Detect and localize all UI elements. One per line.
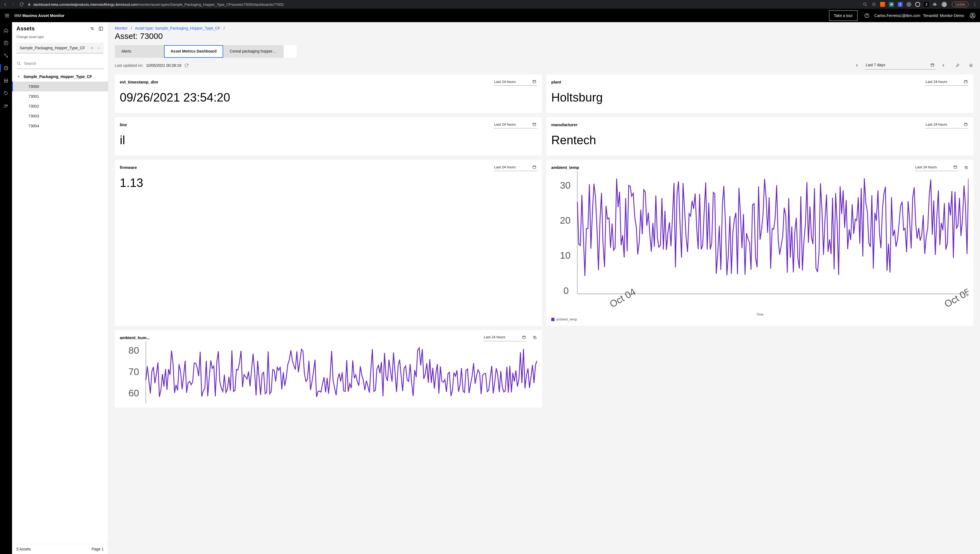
gear-icon[interactable] [969, 63, 974, 68]
tab-alerts[interactable]: Alerts [115, 45, 164, 58]
ext-icon-2[interactable]: ✉ [889, 2, 894, 7]
card-range-picker[interactable]: Last 24 hours [493, 164, 537, 171]
extensions-puzzle-icon[interactable] [933, 2, 938, 7]
pin-icon[interactable] [955, 63, 960, 68]
left-nav-rail [0, 22, 12, 554]
tab-add[interactable] [283, 45, 297, 58]
card-value: 1.13 [120, 176, 537, 190]
svg-point-20 [17, 62, 20, 64]
bookmark-star-icon[interactable] [872, 2, 877, 7]
card-title: ambient_hum... [120, 335, 480, 340]
x-axis-title: Time [551, 313, 969, 316]
tab-cereal-summary[interactable]: Cereal packaging hopper sum... [223, 45, 283, 58]
chart-legend: ambient_temp [551, 318, 969, 321]
profile-avatar-icon[interactable] [942, 2, 947, 7]
range-next-icon[interactable] [940, 63, 946, 68]
global-range-picker[interactable]: Last 7 days [854, 61, 946, 70]
card-range-picker[interactable]: Last 24 hours [493, 78, 537, 86]
card-range-picker[interactable]: Last 24 hours [925, 78, 969, 86]
lock-icon [27, 2, 31, 6]
card-title: manufacturer [551, 122, 922, 127]
expand-icon[interactable] [964, 165, 969, 170]
crumb-monitor[interactable]: Monitor [115, 26, 128, 30]
rail-link-icon[interactable] [2, 51, 10, 60]
global-range-value: Last 7 days [866, 63, 885, 67]
dashboard-toolbar: Last updated on: 10/05/2021 00:28:19 Las… [115, 58, 974, 75]
browser-back-icon[interactable] [3, 2, 8, 7]
browser-menu-icon[interactable] [972, 2, 977, 7]
ext-icon-5[interactable] [915, 2, 920, 7]
svg-rect-25 [533, 123, 536, 126]
take-tour-button[interactable]: Take a tour [829, 10, 857, 21]
asset-search[interactable] [16, 59, 103, 69]
card-manufacturer: manufacturer Last 24 hours Rentech [546, 117, 974, 155]
expand-icon[interactable] [533, 335, 537, 340]
clear-select-icon[interactable] [90, 46, 94, 50]
tree-parent[interactable]: Sample_Packaging_Hopper_Type_CF [12, 72, 108, 81]
asset-type-select[interactable]: Sample_Packaging_Hopper_Type_CF [16, 43, 103, 53]
card-title: evt_timestamp_dim [120, 80, 491, 84]
svg-rect-27 [533, 166, 536, 168]
search-icon [16, 61, 21, 66]
calendar-icon[interactable] [930, 63, 935, 67]
zoom-icon[interactable] [863, 2, 868, 7]
rail-home-icon[interactable] [2, 26, 10, 35]
svg-rect-39 [523, 336, 525, 338]
svg-point-16 [6, 105, 8, 106]
svg-text:70: 70 [129, 366, 139, 377]
dashboard-tabs: Alerts Asset Metrics Dashboard Cereal pa… [115, 45, 974, 58]
rail-users-icon[interactable] [2, 102, 10, 110]
card-title: ambient_temp [551, 165, 912, 170]
asset-item-73003[interactable]: 73003 [12, 111, 108, 121]
svg-rect-30 [966, 167, 968, 169]
rail-tag-icon[interactable] [2, 89, 10, 98]
ambient-temp-chart: 30 20 10 0 Oct 04 Oct 05 [551, 171, 969, 311]
search-input[interactable] [24, 61, 103, 66]
browser-forward-icon[interactable] [11, 2, 16, 7]
asset-item-73000[interactable]: 73000 [12, 81, 108, 91]
svg-text:30: 30 [560, 180, 571, 190]
rail-monitor-icon[interactable] [2, 64, 10, 73]
address-bar[interactable]: dashboard-beta.connectedproducts.interne… [27, 2, 857, 6]
range-prev-icon[interactable] [854, 63, 860, 68]
rail-data-icon[interactable] [2, 38, 10, 47]
collapse-panel-icon[interactable] [98, 26, 103, 32]
browser-update-button[interactable]: Update [952, 2, 969, 7]
card-evt-timestamp: evt_timestamp_dim Last 24 hours 09/26/20… [115, 75, 542, 113]
card-ambient-temp: ambient_temp Last 24 hours 30 20 10 0 [546, 160, 974, 326]
last-updated-label: Last updated on: [115, 63, 143, 68]
last-updated-value: 10/05/2021 00:28:19 [146, 63, 181, 68]
refresh-icon[interactable] [184, 63, 189, 68]
asset-item-73001[interactable]: 73001 [12, 91, 108, 101]
filter-icon[interactable] [89, 26, 95, 32]
calendar-icon [532, 79, 536, 84]
help-icon[interactable] [864, 13, 870, 18]
svg-rect-26 [964, 123, 967, 126]
card-title: firmware [120, 165, 491, 170]
crumb-asset-type[interactable]: Asset type: Sample_Packaging_Hopper_Type… [135, 26, 220, 30]
rail-storage-icon[interactable] [2, 77, 10, 85]
card-range-picker[interactable]: Last 24 hours [925, 121, 969, 128]
calendar-icon [964, 122, 968, 126]
ext-icon-3[interactable]: Z [898, 2, 903, 7]
svg-rect-21 [931, 64, 934, 66]
svg-rect-28 [954, 166, 957, 168]
asset-item-73004[interactable]: 73004 [12, 121, 108, 131]
main-content: Monitor / Asset type: Sample_Packaging_H… [108, 22, 980, 554]
chevron-down-icon[interactable] [97, 46, 101, 50]
hamburger-menu-icon[interactable] [5, 13, 10, 18]
card-range-picker[interactable]: Last 24 hours [483, 334, 527, 341]
ext-icon-6[interactable]: Z [924, 2, 929, 7]
user-avatar-icon[interactable] [970, 13, 975, 19]
svg-point-7 [972, 14, 974, 16]
asset-item-73002[interactable]: 73002 [12, 101, 108, 111]
breadcrumb: Monitor / Asset type: Sample_Packaging_H… [115, 26, 974, 30]
ext-icon-1[interactable] [880, 2, 885, 7]
tab-asset-metrics[interactable]: Asset Metrics Dashboard [164, 45, 223, 58]
browser-reload-icon[interactable] [19, 2, 24, 7]
card-range-picker[interactable]: Last 24 hours [915, 164, 958, 171]
card-range-picker[interactable]: Last 24 hours [493, 121, 537, 128]
calendar-icon [953, 165, 958, 169]
page-title: Asset: 73000 [115, 32, 974, 41]
ext-icon-4[interactable] [907, 2, 912, 7]
